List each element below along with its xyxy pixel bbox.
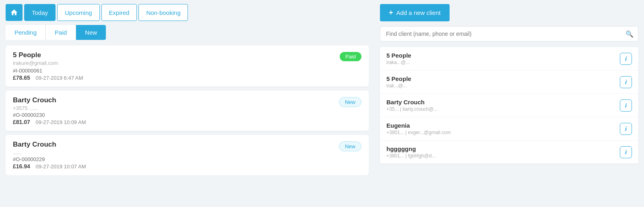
client-info: Barty Crouch +35... | barty.crouch@...	[386, 99, 620, 112]
booking-list: 5 People irakure@gmail.com #I-00000061 £…	[6, 46, 369, 175]
client-item[interactable]: Barty Crouch +35... | barty.crouch@... i	[380, 94, 638, 117]
client-info: Eugenia +3801... | evger...@gmail.com	[386, 122, 620, 135]
search-input[interactable]	[380, 26, 638, 41]
booking-card[interactable]: Barty Crouch +3575 ...... #O-00000230 £8…	[6, 91, 369, 131]
sub-tabs: Pending Paid New	[6, 25, 369, 40]
booking-meta: #O-00000230	[13, 112, 361, 118]
tab-non-booking[interactable]: Non-booking	[138, 4, 188, 21]
booking-amount: £81.07	[13, 119, 30, 125]
client-item[interactable]: Eugenia +3801... | evger...@gmail.com i	[380, 117, 638, 141]
booking-id: #O-00000230	[13, 112, 45, 118]
client-info: hgggggng +3801... | fgbhfgh@d...	[386, 145, 620, 159]
client-info: 5 People iraka...@...	[386, 52, 620, 65]
client-detail-button[interactable]: i	[620, 123, 632, 135]
client-contact: +3801... | evger...@gmail.com	[386, 130, 620, 135]
booking-name: 5 People	[13, 51, 361, 59]
client-info: 5 People irak...@...	[386, 75, 620, 89]
booking-phone: ......	[13, 149, 361, 155]
client-detail-button[interactable]: i	[620, 99, 632, 112]
search-wrap: 🔍	[380, 26, 638, 41]
booking-date: 09-27-2019 10:07 AM	[35, 164, 86, 170]
booking-amount: £78.65	[13, 75, 30, 81]
tab-today[interactable]: Today	[24, 4, 56, 21]
client-contact: irak...@...	[386, 83, 620, 89]
client-name: Eugenia	[386, 122, 620, 129]
booking-name: Barty Crouch	[13, 96, 361, 104]
client-name: Barty Crouch	[386, 99, 620, 106]
search-icon: 🔍	[625, 30, 634, 38]
status-badge: Paid	[340, 52, 361, 61]
client-contact: iraka...@...	[386, 60, 620, 65]
add-client-button[interactable]: + Add a new client	[380, 4, 450, 21]
booking-email: irakure@gmail.com	[13, 60, 361, 66]
tab-upcoming[interactable]: Upcoming	[57, 4, 100, 21]
client-detail-button[interactable]: i	[620, 146, 632, 158]
right-panel: + Add a new client 🔍 5 People iraka...@.…	[374, 0, 644, 207]
home-icon	[10, 8, 18, 17]
booking-phone: +3575 ......	[13, 105, 361, 111]
plus-icon: +	[389, 8, 393, 17]
client-name: 5 People	[386, 52, 620, 59]
booking-id: #O-00000229	[13, 156, 45, 162]
booking-amount-date: £81.07 09-27-2019 10:09 AM	[13, 119, 361, 125]
booking-amount-date: £78.65 09-27-2019 6:47 AM	[13, 75, 361, 81]
booking-date: 09-27-2019 10:09 AM	[35, 119, 86, 125]
client-list: 5 People iraka...@... i 5 People irak...…	[380, 47, 638, 164]
client-detail-button[interactable]: i	[620, 76, 632, 88]
client-contact: +35... | barty.crouch@...	[386, 106, 620, 112]
subtab-new[interactable]: New	[76, 25, 106, 40]
booking-meta: #I-00000061	[13, 68, 361, 74]
booking-name: Barty Crouch	[13, 141, 361, 149]
client-contact: +3801... | fgbhfgh@d...	[386, 153, 620, 159]
tab-expired[interactable]: Expired	[101, 4, 137, 21]
booking-amount-date: £16.94 09-27-2019 10:07 AM	[13, 163, 361, 170]
booking-meta: #O-00000229	[13, 156, 361, 162]
client-item[interactable]: hgggggng +3801... | fgbhfgh@d... i	[380, 141, 638, 164]
client-item[interactable]: 5 People iraka...@... i	[380, 47, 638, 70]
left-panel: Today Upcoming Expired Non-booking Pendi…	[0, 0, 374, 207]
status-badge: New	[339, 97, 361, 107]
booking-amount: £16.94	[13, 163, 30, 170]
top-nav: Today Upcoming Expired Non-booking	[6, 4, 369, 21]
add-client-label: Add a new client	[396, 9, 441, 16]
client-name: 5 People	[386, 75, 620, 82]
home-button[interactable]	[6, 4, 23, 21]
booking-card[interactable]: Barty Crouch ...... #O-00000229 £16.94 0…	[6, 135, 369, 175]
client-name: hgggggng	[386, 145, 620, 152]
status-badge: New	[339, 141, 361, 151]
client-item[interactable]: 5 People irak...@... i	[380, 70, 638, 94]
booking-id: #I-00000061	[13, 68, 42, 74]
subtab-paid[interactable]: Paid	[45, 25, 76, 40]
subtab-pending[interactable]: Pending	[6, 25, 45, 40]
booking-card[interactable]: 5 People irakure@gmail.com #I-00000061 £…	[6, 46, 369, 87]
client-detail-button[interactable]: i	[620, 53, 632, 65]
booking-date: 09-27-2019 6:47 AM	[35, 75, 83, 81]
